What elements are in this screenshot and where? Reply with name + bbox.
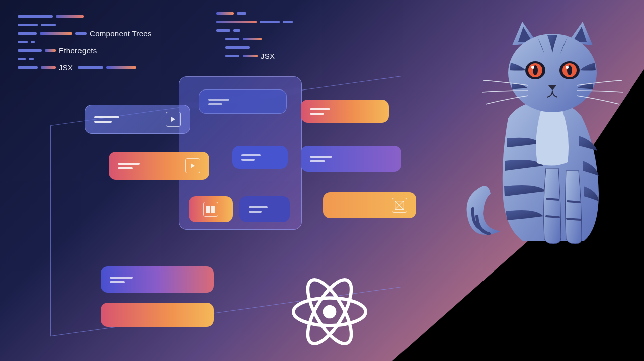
component-card	[101, 266, 214, 293]
label-jsx-left: JSX	[59, 63, 73, 72]
component-card	[189, 196, 233, 222]
component-card	[301, 100, 389, 123]
component-card	[323, 192, 416, 218]
play-icon	[166, 112, 181, 127]
component-card	[239, 196, 290, 222]
label-etheregets: Etheregets	[59, 46, 97, 55]
svg-point-3	[323, 305, 337, 319]
component-card	[85, 105, 190, 134]
svg-point-14	[531, 66, 534, 69]
cat-illustration	[453, 18, 629, 254]
component-card	[109, 152, 209, 180]
code-labels-right: JSX	[216, 11, 367, 62]
component-card	[101, 303, 214, 327]
svg-point-15	[566, 66, 569, 69]
component-card	[199, 89, 287, 114]
label-component-trees: Component Trees	[90, 29, 152, 38]
code-labels-left: Component Trees Etheregets JSX	[18, 14, 179, 74]
label-jsx-right: JSX	[261, 52, 275, 60]
react-logo-icon	[292, 274, 367, 349]
play-icon	[185, 158, 200, 173]
placeholder-icon	[392, 198, 407, 213]
split-icon	[203, 202, 218, 217]
component-card	[232, 146, 288, 169]
component-card	[301, 146, 401, 172]
